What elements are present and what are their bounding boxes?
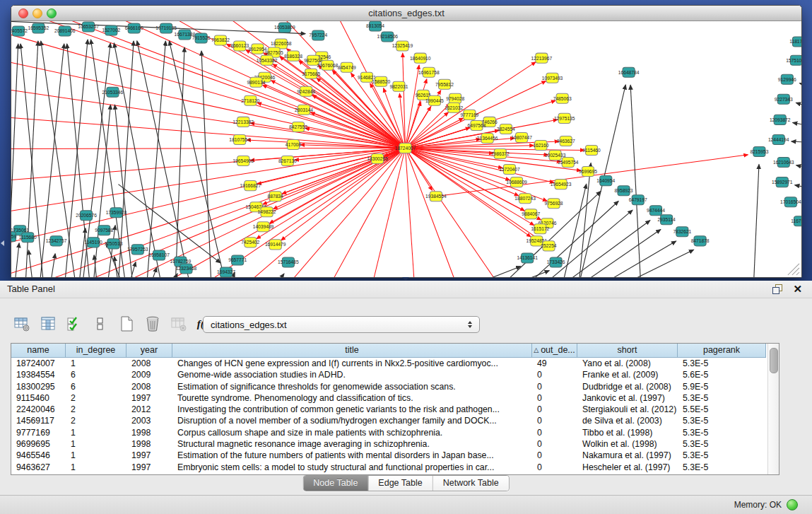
graph-node[interactable]: 18640910 [410,53,431,63]
close-panel-icon[interactable]: ✕ [793,282,802,296]
graph-node[interactable]: 9794028 [446,93,464,103]
graph-node[interactable]: 20206576 [76,211,97,221]
graph-node[interactable]: 7957224 [309,30,327,40]
graph-node[interactable]: 1733426 [547,257,565,267]
column-header-short[interactable]: short [577,344,678,358]
graph-node[interactable]: 2718120 [241,95,259,105]
graph-node[interactable]: 6479197 [629,195,647,205]
graph-node[interactable]: 15720407 [499,165,520,175]
graph-node[interactable]: 9463627 [557,136,575,146]
graph-node[interactable]: 8660123 [230,41,249,51]
graph-node[interactable]: 20891406 [54,26,76,36]
column-header-name[interactable]: name [11,344,66,358]
graph-node[interactable]: 12975135 [554,113,575,123]
tab-node-table[interactable]: Node Table [303,476,368,491]
graph-node[interactable]: 10688609 [506,177,527,187]
graph-node[interactable]: 252254 [541,241,557,251]
table-row[interactable]: 1830029562008Estimation of significance … [11,381,779,392]
network-graph[interactable]: 2405572165953522089140610653257152700264… [11,21,801,277]
scrollbar-thumb[interactable] [770,348,778,373]
table-row[interactable]: 946554611997Estimation of the future num… [11,450,779,461]
graph-node[interactable]: 15716485 [278,257,299,267]
graph-node[interactable]: 9227343 [775,94,793,104]
graph-node[interactable]: 19384554 [425,192,447,201]
graph-node[interactable]: 417008 [286,139,302,149]
table-row[interactable]: 911546021997Tourette syndrome. Phenomeno… [11,392,779,404]
column-header-year[interactable]: year [126,344,172,358]
graph-node[interactable]: 16595352 [28,23,49,33]
network-canvas[interactable]: 2405572165953522089140610653257152700264… [11,21,801,277]
graph-node[interactable]: 7485063 [553,93,572,103]
table-row[interactable]: 1456911722003Disruption of a novel membe… [11,415,779,426]
resize-grip[interactable] [788,264,799,275]
graph-node[interactable]: 3824554 [497,124,515,134]
row-height-icon[interactable] [91,315,110,333]
graph-node[interactable]: 162160 [533,140,549,150]
graph-node[interactable]: 9822031 [389,81,408,91]
graph-node[interactable]: 16961758 [418,67,440,77]
graph-node[interactable]: 8958923 [615,186,633,196]
graph-node[interactable]: 12093872 [770,115,791,124]
graph-node[interactable]: 19166827 [240,181,261,191]
graph-node[interactable]: 18807243 [514,194,536,204]
graph-node[interactable]: 9756928 [545,199,563,209]
graph-node[interactable]: 3175685 [302,69,320,78]
graph-node[interactable]: 15751074 [786,55,801,65]
graph-node[interactable]: 17957253 [127,245,148,255]
table-row[interactable]: 1938455462009Genome-wide association stu… [11,369,779,380]
graph-node[interactable]: 9129946 [778,74,796,84]
graph-node[interactable]: 12213967 [531,53,553,63]
graph-node[interactable]: 19218506 [377,32,398,42]
graph-node[interactable]: 16053809 [274,23,295,33]
graph-node[interactable]: 16958107 [148,250,170,260]
new-table-icon[interactable] [117,315,136,333]
graph-node[interactable]: 1694327 [217,267,235,277]
graph-node[interactable]: 16210643 [773,158,794,168]
graph-node[interactable]: 12444194 [768,134,789,144]
graph-node[interactable]: 39159 [11,232,17,242]
column-header-in_degree[interactable]: in_degree [66,344,126,358]
graph-node[interactable]: 16648784 [618,67,640,77]
graph-node[interactable]: 7955812 [435,79,454,89]
graph-node[interactable]: 887834 [268,192,284,201]
table-row[interactable]: 969969511998Structural magnetic resonanc… [11,438,779,450]
graph-node[interactable]: 1621032 [445,103,463,112]
graph-node[interactable]: 1527002 [102,25,120,35]
graph-node[interactable]: 1181753 [789,37,801,47]
graph-node[interactable]: 21364456 [477,133,498,143]
graph-node[interactable]: 9115460 [582,145,601,155]
table-row[interactable]: 977716911998Corpus callosum shape and si… [11,427,779,438]
vertical-scrollbar[interactable] [767,344,779,474]
graph-node[interactable]: 1640954 [596,176,615,186]
graph-node[interactable]: 12325419 [392,41,413,51]
tab-edge-table[interactable]: Edge Table [368,476,433,491]
graph-node[interactable]: 17359928 [106,208,127,218]
column-header-out_de[interactable]: △out_de... [532,344,577,358]
table-row[interactable]: 1872400712008Changes of HCN gene express… [11,358,779,369]
graph-node[interactable]: 8471878 [691,236,710,246]
graph-node[interactable]: 19654908 [233,156,254,166]
graph-node[interactable]: 1167534 [791,216,801,226]
float-panel-icon[interactable] [772,284,782,294]
table-settings-icon[interactable] [13,315,31,333]
show-columns-icon[interactable] [39,315,57,333]
graph-node[interactable]: 8454749 [338,62,356,72]
table-selector-dropdown[interactable]: citations_edges.txt [203,316,480,333]
graph-node[interactable]: 2935114 [657,215,676,225]
graph-node[interactable]: 9657771 [228,255,247,265]
graph-node[interactable]: 7832621 [673,227,691,237]
graph-node[interactable]: 2405572 [11,26,28,36]
graph-node[interactable]: 1115680 [19,233,37,243]
tab-network-table[interactable]: Network Table [433,476,509,491]
graph-node[interactable]: 17016504 [780,197,801,207]
column-header-pagerank[interactable]: pagerank [678,344,766,358]
window-titlebar[interactable]: citations_edges.txt [11,6,801,21]
graph-node[interactable]: 14136141 [517,253,538,263]
graph-node[interactable]: 6466160 [125,23,143,33]
table-row[interactable]: 2242004622012Investigating the contribut… [11,404,779,415]
select-rows-icon[interactable] [65,315,83,333]
memory-status-indicator[interactable] [787,499,798,510]
table-row[interactable]: 946362711997Embryonic stem cells: a mode… [11,462,779,473]
delete-rows-icon[interactable] [143,315,162,333]
graph-node[interactable]: 9097588 [95,226,113,235]
